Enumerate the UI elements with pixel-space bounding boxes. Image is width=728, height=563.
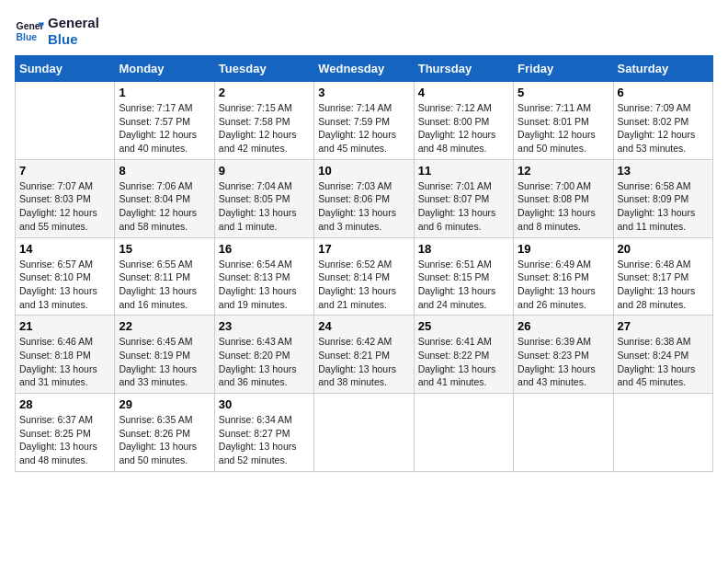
calendar-cell xyxy=(314,394,414,472)
calendar-cell: 2Sunrise: 7:15 AM Sunset: 7:58 PM Daylig… xyxy=(214,82,313,160)
day-number: 21 xyxy=(19,319,110,333)
calendar-cell: 17Sunrise: 6:52 AM Sunset: 8:14 PM Dayli… xyxy=(314,237,414,316)
day-number: 22 xyxy=(119,319,210,333)
day-number: 1 xyxy=(119,86,210,99)
calendar-cell: 4Sunrise: 7:12 AM Sunset: 8:00 PM Daylig… xyxy=(414,82,513,160)
day-info: Sunrise: 6:35 AM Sunset: 8:26 PM Dayligh… xyxy=(119,413,210,467)
day-info: Sunrise: 6:45 AM Sunset: 8:19 PM Dayligh… xyxy=(119,335,210,389)
day-info: Sunrise: 6:34 AM Sunset: 8:27 PM Dayligh… xyxy=(219,413,310,467)
day-info: Sunrise: 6:52 AM Sunset: 8:14 PM Dayligh… xyxy=(318,258,409,312)
day-number: 20 xyxy=(618,242,709,256)
calendar-cell: 28Sunrise: 6:37 AM Sunset: 8:25 PM Dayli… xyxy=(16,394,115,472)
page-header: General Blue General Blue xyxy=(15,15,713,48)
calendar-cell: 25Sunrise: 6:41 AM Sunset: 8:22 PM Dayli… xyxy=(414,316,513,394)
calendar-cell: 5Sunrise: 7:11 AM Sunset: 8:01 PM Daylig… xyxy=(514,82,613,160)
day-number: 4 xyxy=(418,86,509,99)
calendar-cell: 30Sunrise: 6:34 AM Sunset: 8:27 PM Dayli… xyxy=(214,394,313,472)
calendar-cell: 12Sunrise: 7:00 AM Sunset: 8:08 PM Dayli… xyxy=(514,159,613,237)
calendar-cell: 1Sunrise: 7:17 AM Sunset: 7:57 PM Daylig… xyxy=(115,82,214,160)
calendar-cell: 24Sunrise: 6:42 AM Sunset: 8:21 PM Dayli… xyxy=(314,316,414,394)
calendar-header: SundayMondayTuesdayWednesdayThursdayFrid… xyxy=(16,56,713,82)
calendar-cell: 6Sunrise: 7:09 AM Sunset: 8:02 PM Daylig… xyxy=(613,82,712,160)
day-info: Sunrise: 7:01 AM Sunset: 8:07 PM Dayligh… xyxy=(418,179,509,234)
calendar-cell: 26Sunrise: 6:39 AM Sunset: 8:23 PM Dayli… xyxy=(514,316,613,394)
day-number: 18 xyxy=(418,242,509,256)
day-info: Sunrise: 7:03 AM Sunset: 8:06 PM Dayligh… xyxy=(318,179,409,234)
day-number: 7 xyxy=(19,164,110,178)
day-header-saturday: Saturday xyxy=(613,56,712,82)
day-number: 13 xyxy=(618,164,709,178)
calendar-cell: 18Sunrise: 6:51 AM Sunset: 8:15 PM Dayli… xyxy=(414,237,513,316)
calendar-cell: 29Sunrise: 6:35 AM Sunset: 8:26 PM Dayli… xyxy=(115,394,214,472)
day-number: 17 xyxy=(318,242,409,256)
day-info: Sunrise: 7:17 AM Sunset: 7:57 PM Dayligh… xyxy=(119,101,210,155)
day-number: 8 xyxy=(119,164,210,178)
logo-text: General Blue xyxy=(48,15,99,48)
calendar-week-4: 21Sunrise: 6:46 AM Sunset: 8:18 PM Dayli… xyxy=(16,316,713,394)
calendar-cell: 20Sunrise: 6:48 AM Sunset: 8:17 PM Dayli… xyxy=(613,237,712,316)
calendar-cell: 10Sunrise: 7:03 AM Sunset: 8:06 PM Dayli… xyxy=(314,159,414,237)
logo-icon: General Blue xyxy=(15,17,44,46)
calendar-cell: 3Sunrise: 7:14 AM Sunset: 7:59 PM Daylig… xyxy=(314,82,414,160)
svg-text:Blue: Blue xyxy=(17,32,38,42)
day-info: Sunrise: 7:15 AM Sunset: 7:58 PM Dayligh… xyxy=(219,101,310,155)
day-info: Sunrise: 6:48 AM Sunset: 8:17 PM Dayligh… xyxy=(618,258,709,312)
day-info: Sunrise: 7:00 AM Sunset: 8:08 PM Dayligh… xyxy=(518,179,609,234)
day-header-sunday: Sunday xyxy=(16,56,115,82)
calendar-cell: 27Sunrise: 6:38 AM Sunset: 8:24 PM Dayli… xyxy=(613,316,712,394)
day-info: Sunrise: 6:54 AM Sunset: 8:13 PM Dayligh… xyxy=(219,258,310,312)
calendar-cell: 7Sunrise: 7:07 AM Sunset: 8:03 PM Daylig… xyxy=(16,159,115,237)
calendar-cell: 21Sunrise: 6:46 AM Sunset: 8:18 PM Dayli… xyxy=(16,316,115,394)
day-header-monday: Monday xyxy=(115,56,214,82)
day-info: Sunrise: 7:09 AM Sunset: 8:02 PM Dayligh… xyxy=(618,101,709,155)
day-number: 24 xyxy=(318,319,409,333)
day-info: Sunrise: 7:14 AM Sunset: 7:59 PM Dayligh… xyxy=(318,101,409,155)
calendar-week-3: 14Sunrise: 6:57 AM Sunset: 8:10 PM Dayli… xyxy=(16,237,713,316)
day-number: 23 xyxy=(219,319,310,333)
calendar-cell: 11Sunrise: 7:01 AM Sunset: 8:07 PM Dayli… xyxy=(414,159,513,237)
day-info: Sunrise: 6:38 AM Sunset: 8:24 PM Dayligh… xyxy=(618,335,709,389)
calendar-week-5: 28Sunrise: 6:37 AM Sunset: 8:25 PM Dayli… xyxy=(16,394,713,472)
day-number: 6 xyxy=(618,86,709,99)
day-number: 12 xyxy=(518,164,609,178)
calendar-week-2: 7Sunrise: 7:07 AM Sunset: 8:03 PM Daylig… xyxy=(16,159,713,237)
day-info: Sunrise: 6:39 AM Sunset: 8:23 PM Dayligh… xyxy=(518,335,609,389)
calendar-week-1: 1Sunrise: 7:17 AM Sunset: 7:57 PM Daylig… xyxy=(16,82,713,160)
calendar-cell: 14Sunrise: 6:57 AM Sunset: 8:10 PM Dayli… xyxy=(16,237,115,316)
calendar-cell: 22Sunrise: 6:45 AM Sunset: 8:19 PM Dayli… xyxy=(115,316,214,394)
day-number: 14 xyxy=(19,242,110,256)
calendar-cell: 19Sunrise: 6:49 AM Sunset: 8:16 PM Dayli… xyxy=(514,237,613,316)
day-number: 26 xyxy=(518,319,609,333)
calendar-cell: 15Sunrise: 6:55 AM Sunset: 8:11 PM Dayli… xyxy=(115,237,214,316)
day-info: Sunrise: 6:46 AM Sunset: 8:18 PM Dayligh… xyxy=(19,335,110,389)
day-number: 9 xyxy=(219,164,310,178)
day-header-friday: Friday xyxy=(514,56,613,82)
day-number: 27 xyxy=(618,319,709,333)
day-info: Sunrise: 6:51 AM Sunset: 8:15 PM Dayligh… xyxy=(418,258,509,312)
day-info: Sunrise: 6:55 AM Sunset: 8:11 PM Dayligh… xyxy=(119,258,210,312)
calendar-cell xyxy=(414,394,513,472)
day-info: Sunrise: 6:43 AM Sunset: 8:20 PM Dayligh… xyxy=(219,335,310,389)
calendar-cell xyxy=(514,394,613,472)
day-number: 30 xyxy=(219,397,310,411)
day-number: 19 xyxy=(518,242,609,256)
day-number: 11 xyxy=(418,164,509,178)
day-number: 10 xyxy=(318,164,409,178)
day-info: Sunrise: 6:42 AM Sunset: 8:21 PM Dayligh… xyxy=(318,335,409,389)
day-number: 2 xyxy=(219,86,310,99)
day-number: 29 xyxy=(119,397,210,411)
day-number: 28 xyxy=(19,397,110,411)
calendar-cell xyxy=(16,82,115,160)
day-number: 25 xyxy=(418,319,509,333)
day-number: 15 xyxy=(119,242,210,256)
day-number: 16 xyxy=(219,242,310,256)
day-number: 5 xyxy=(518,86,609,99)
calendar-cell: 13Sunrise: 6:58 AM Sunset: 8:09 PM Dayli… xyxy=(613,159,712,237)
day-info: Sunrise: 7:06 AM Sunset: 8:04 PM Dayligh… xyxy=(119,179,210,234)
calendar-cell: 8Sunrise: 7:06 AM Sunset: 8:04 PM Daylig… xyxy=(115,159,214,237)
day-info: Sunrise: 7:07 AM Sunset: 8:03 PM Dayligh… xyxy=(19,179,110,234)
day-info: Sunrise: 6:57 AM Sunset: 8:10 PM Dayligh… xyxy=(19,258,110,312)
calendar-table: SundayMondayTuesdayWednesdayThursdayFrid… xyxy=(15,55,713,472)
day-info: Sunrise: 6:41 AM Sunset: 8:22 PM Dayligh… xyxy=(418,335,509,389)
calendar-cell: 16Sunrise: 6:54 AM Sunset: 8:13 PM Dayli… xyxy=(214,237,313,316)
